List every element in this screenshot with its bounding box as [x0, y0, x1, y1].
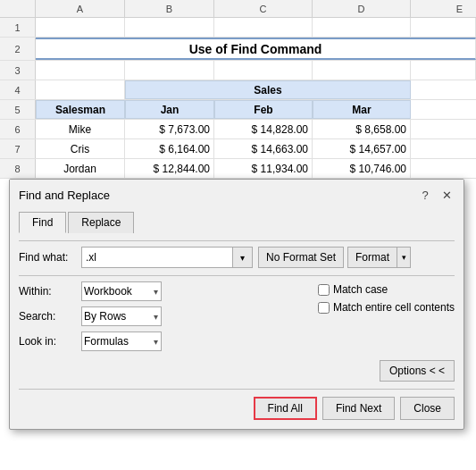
- row-num: 3: [0, 61, 36, 80]
- within-row: Within: Workbook Sheet: [19, 281, 309, 301]
- dialog-title: Find and Replace: [19, 189, 110, 202]
- col-header-d: D: [313, 0, 411, 17]
- col-header-row: A B C D E: [0, 0, 476, 18]
- divider3: [19, 389, 455, 390]
- cell-d1[interactable]: [214, 18, 313, 37]
- table-row: 2 Use of Find Command: [0, 38, 476, 61]
- table-row: 1: [0, 18, 476, 38]
- cell-f1[interactable]: [411, 18, 476, 37]
- dialog-controls: ? ✕: [417, 187, 455, 203]
- look-in-row: Look in: Formulas Values Comments: [19, 332, 309, 351]
- no-format-button[interactable]: No Format Set: [258, 247, 344, 268]
- dialog-close-button[interactable]: ✕: [438, 187, 455, 203]
- within-select[interactable]: Workbook Sheet: [81, 281, 162, 301]
- format-split-button: Format ▾: [347, 247, 411, 268]
- cell-d7[interactable]: $ 14,663.00: [214, 139, 313, 158]
- options-button[interactable]: Options < <: [380, 360, 455, 382]
- table-row: 5 Salesman Jan Feb Mar: [0, 100, 476, 120]
- cell-c8[interactable]: $ 12,844.00: [125, 159, 214, 178]
- cell-b5[interactable]: Salesman: [36, 100, 125, 119]
- look-in-label: Look in:: [19, 335, 81, 348]
- dialog-titlebar: Find and Replace ? ✕: [10, 180, 463, 206]
- find-what-dropdown[interactable]: ▾: [233, 247, 253, 268]
- tab-bar: Find Replace: [19, 212, 455, 233]
- look-in-select[interactable]: Formulas Values Comments: [81, 332, 162, 351]
- bottom-buttons: Find All Find Next Close: [19, 397, 455, 420]
- format-arrow-button[interactable]: ▾: [397, 247, 411, 268]
- look-in-select-container: Formulas Values Comments: [81, 332, 162, 351]
- within-select-container: Workbook Sheet: [81, 281, 162, 301]
- row-num: 6: [0, 120, 36, 138]
- cell-d3[interactable]: [214, 61, 313, 80]
- options-left: Within: Workbook Sheet Search: By Rows: [19, 281, 309, 357]
- cell-b3[interactable]: [36, 61, 125, 80]
- table-row: 8 Jordan $ 12,844.00 $ 11,934.00 $ 10,74…: [0, 159, 476, 179]
- within-label: Within:: [19, 285, 81, 298]
- find-next-button[interactable]: Find Next: [322, 397, 395, 420]
- find-what-row: Find what: ▾ No Format Set Format ▾: [19, 247, 455, 268]
- cell-c5[interactable]: Jan: [125, 100, 214, 119]
- row-num: 2: [0, 38, 36, 60]
- cell-b6[interactable]: Mike: [36, 120, 125, 138]
- col-header-e: E: [411, 0, 476, 17]
- row-num: 8: [0, 159, 36, 178]
- table-row: 3: [0, 61, 476, 80]
- tab-replace[interactable]: Replace: [68, 212, 134, 233]
- row-num: 1: [0, 18, 36, 37]
- search-select[interactable]: By Rows By Columns: [81, 306, 162, 326]
- search-row: Search: By Rows By Columns: [19, 306, 309, 326]
- cell-d6[interactable]: $ 14,828.00: [214, 120, 313, 138]
- cell-c3[interactable]: [125, 61, 214, 80]
- col-header-c: C: [214, 0, 313, 17]
- cell-b1[interactable]: [36, 18, 125, 37]
- find-what-input[interactable]: [81, 247, 233, 268]
- sales-header-cell: Sales: [125, 80, 411, 99]
- row-num: 4: [0, 80, 36, 99]
- cell-b8[interactable]: Jordan: [36, 159, 125, 178]
- match-case-checkbox[interactable]: [318, 284, 330, 296]
- table-row: 6 Mike $ 7,673.00 $ 14,828.00 $ 8,658.00: [0, 120, 476, 139]
- row-num: 7: [0, 139, 36, 158]
- table-row: 4 Sales: [0, 80, 476, 100]
- match-case-row: Match case: [318, 283, 455, 296]
- table-row: 7 Cris $ 6,164.00 $ 14,663.00 $ 14,657.0…: [0, 139, 476, 159]
- format-main-button[interactable]: Format: [347, 247, 397, 268]
- match-entire-checkbox[interactable]: [318, 302, 330, 314]
- match-entire-label: Match entire cell contents: [333, 301, 455, 314]
- dialog-body: Find Replace Find what: ▾ No Format Set …: [10, 206, 463, 429]
- find-all-button[interactable]: Find All: [254, 397, 317, 420]
- divider2: [19, 275, 455, 276]
- close-button[interactable]: Close: [400, 397, 455, 420]
- row-num: 5: [0, 100, 36, 119]
- match-entire-row: Match entire cell contents: [318, 301, 455, 314]
- find-what-label: Find what:: [19, 251, 81, 264]
- cell-b4[interactable]: [36, 80, 125, 99]
- match-case-label: Match case: [333, 283, 388, 296]
- cell-c1[interactable]: [125, 18, 214, 37]
- corner-cell: [0, 0, 36, 17]
- cell-b7[interactable]: Cris: [36, 139, 125, 158]
- checkboxes-area: Match case Match entire cell contents: [318, 283, 455, 314]
- cell-c6[interactable]: $ 7,673.00: [125, 120, 214, 138]
- title-cell[interactable]: Use of Find Command: [36, 38, 476, 60]
- cell-e8[interactable]: $ 10,746.00: [313, 159, 411, 178]
- cell-e7[interactable]: $ 14,657.00: [313, 139, 411, 158]
- cell-d5[interactable]: Feb: [214, 100, 313, 119]
- cell-e1[interactable]: [313, 18, 411, 37]
- dialog-help-button[interactable]: ?: [417, 187, 433, 203]
- divider: [19, 240, 455, 241]
- cell-c7[interactable]: $ 6,164.00: [125, 139, 214, 158]
- search-label: Search:: [19, 310, 81, 323]
- cell-e3[interactable]: [313, 61, 411, 80]
- tab-find[interactable]: Find: [19, 212, 66, 233]
- col-header-b: B: [125, 0, 214, 17]
- cell-d8[interactable]: $ 11,934.00: [214, 159, 313, 178]
- find-replace-dialog: Find and Replace ? ✕ Find Replace Find w…: [9, 179, 464, 430]
- cell-f3[interactable]: [411, 61, 476, 80]
- search-select-container: By Rows By Columns: [81, 306, 162, 326]
- col-header-a: A: [36, 0, 125, 17]
- cell-e5[interactable]: Mar: [313, 100, 411, 119]
- cell-e6[interactable]: $ 8,658.00: [313, 120, 411, 138]
